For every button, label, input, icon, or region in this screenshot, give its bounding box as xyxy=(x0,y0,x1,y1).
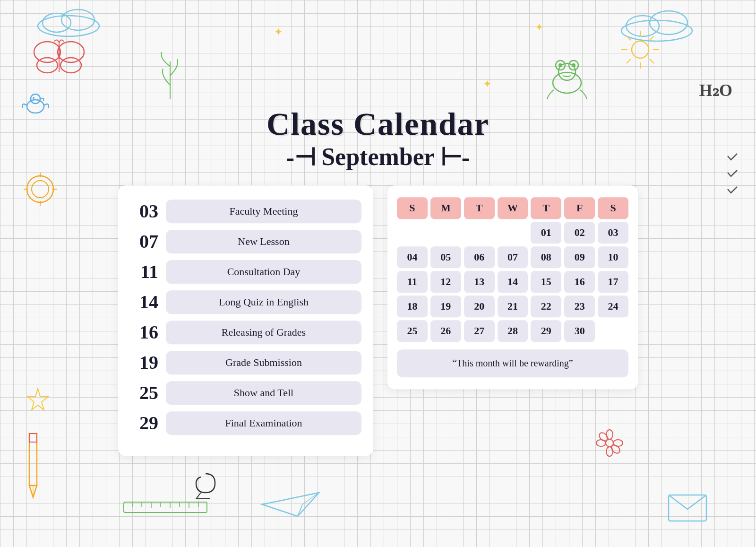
svg-point-25 xyxy=(558,63,576,80)
cal-day-cell: 22 xyxy=(531,295,561,317)
cal-day-cell: 21 xyxy=(498,295,528,317)
svg-point-15 xyxy=(34,42,60,62)
cal-day-cell: 09 xyxy=(564,246,595,268)
cal-day-cell xyxy=(464,222,495,243)
cal-day-cell: 14 xyxy=(498,271,528,293)
event-row: 14Long Quiz in English xyxy=(130,290,361,314)
cal-day-cell: 11 xyxy=(397,271,428,293)
svg-line-13 xyxy=(650,36,654,40)
event-label: Show and Tell xyxy=(166,381,361,405)
title-section: Class Calendar -⊣ September ⊢- xyxy=(118,105,638,171)
plant-doodle xyxy=(151,47,189,99)
event-date: 14 xyxy=(130,291,158,313)
cal-day-cell xyxy=(430,222,461,243)
month-title: -⊣ September ⊢- xyxy=(118,143,638,171)
cal-day-cell: 24 xyxy=(598,295,628,317)
bird-doodle xyxy=(19,87,52,121)
cal-day-cell: 19 xyxy=(430,295,461,317)
event-date: 07 xyxy=(130,230,158,252)
cal-day-cell: 06 xyxy=(464,246,495,268)
cal-day-cell: 13 xyxy=(464,271,495,293)
cal-day-cell: 26 xyxy=(430,320,461,342)
cal-day-cell xyxy=(397,222,428,243)
cal-day-cell: 18 xyxy=(397,295,428,317)
svg-point-3 xyxy=(621,20,692,41)
svg-point-1 xyxy=(43,13,71,32)
svg-line-11 xyxy=(627,36,631,40)
cal-day-cell: 17 xyxy=(598,271,628,293)
calendar-panel: SMTWTFS010203040506070809101112131415161… xyxy=(387,185,638,389)
month-label: September xyxy=(321,143,435,171)
cal-header-cell: T xyxy=(531,197,561,219)
svg-point-21 xyxy=(31,94,40,104)
cal-day-cell xyxy=(498,222,528,243)
cal-header-cell: M xyxy=(430,197,461,219)
event-label: Long Quiz in English xyxy=(166,290,361,314)
calendar-grid: SMTWTFS010203040506070809101112131415161… xyxy=(397,197,628,342)
event-date: 29 xyxy=(130,412,158,434)
checkmarks-doodle xyxy=(725,151,739,208)
quote-box: “This month will be rewarding” xyxy=(397,349,628,377)
svg-rect-43 xyxy=(29,434,37,486)
event-label: Faculty Meeting xyxy=(166,200,361,223)
cal-day-cell: 12 xyxy=(430,271,461,293)
svg-point-17 xyxy=(37,58,58,73)
cal-header-cell: T xyxy=(464,197,495,219)
svg-rect-50 xyxy=(124,502,207,512)
cloud-doodle-tr xyxy=(614,5,699,43)
event-date: 25 xyxy=(130,382,158,404)
cal-day-cell: 07 xyxy=(498,246,528,268)
svg-point-27 xyxy=(569,61,578,70)
svg-line-12 xyxy=(650,59,654,63)
h2o-label: H₂O xyxy=(699,80,732,100)
svg-point-24 xyxy=(553,72,581,93)
cal-day-cell: 08 xyxy=(531,246,561,268)
envelope-doodle xyxy=(666,490,709,523)
cal-header-cell: F xyxy=(564,197,595,219)
cal-day-cell: 25 xyxy=(397,320,428,342)
event-label: Grade Submission xyxy=(166,351,361,374)
cal-day-cell: 16 xyxy=(564,271,595,293)
frog-doodle xyxy=(543,52,591,99)
svg-point-31 xyxy=(32,181,49,198)
arrow-left: -⊣ xyxy=(286,143,316,171)
cal-day-cell: 20 xyxy=(464,295,495,317)
svg-point-26 xyxy=(556,61,565,70)
event-date: 11 xyxy=(130,260,158,283)
svg-point-0 xyxy=(38,16,99,36)
cal-day-cell: 27 xyxy=(464,320,495,342)
cal-day-cell xyxy=(598,320,628,342)
svg-point-6 xyxy=(632,41,649,58)
svg-point-28 xyxy=(558,63,562,67)
event-label: Releasing of Grades xyxy=(166,321,361,344)
event-label: Final Examination xyxy=(166,411,361,435)
paper-plane-doodle xyxy=(260,486,321,523)
cal-day-cell: 05 xyxy=(430,246,461,268)
cal-day-cell: 28 xyxy=(498,320,528,342)
sun-left-doodle xyxy=(21,170,59,208)
svg-point-16 xyxy=(58,42,84,62)
loop-doodle xyxy=(187,471,224,500)
cal-day-cell: 03 xyxy=(598,222,628,243)
event-row: 11Consultation Day xyxy=(130,260,361,284)
sun-doodle xyxy=(619,28,662,71)
event-date: 19 xyxy=(130,351,158,373)
cal-day-cell: 29 xyxy=(531,320,561,342)
svg-point-22 xyxy=(33,97,34,99)
svg-point-29 xyxy=(572,63,576,67)
cal-day-cell: 15 xyxy=(531,271,561,293)
cal-day-cell: 04 xyxy=(397,246,428,268)
svg-point-18 xyxy=(60,58,81,73)
svg-line-48 xyxy=(298,504,302,516)
svg-point-4 xyxy=(626,16,659,36)
event-row: 07New Lesson xyxy=(130,230,361,253)
cal-day-cell: 02 xyxy=(564,222,595,243)
arrow-right: ⊢- xyxy=(440,143,470,171)
event-label: New Lesson xyxy=(166,230,361,253)
cal-day-cell: 01 xyxy=(531,222,561,243)
sparkle-3: ✦ xyxy=(483,78,491,90)
event-label: Consultation Day xyxy=(166,260,361,284)
ruler-doodle xyxy=(123,497,208,516)
events-panel: 03Faculty Meeting07New Lesson11Consultat… xyxy=(118,185,373,456)
pencil-doodle xyxy=(19,424,47,500)
